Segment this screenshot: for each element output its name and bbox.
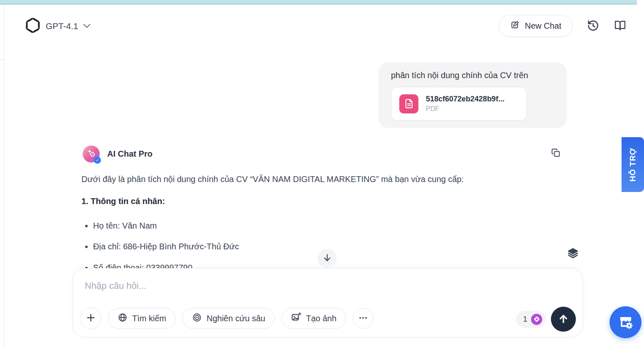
new-chat-button[interactable]: New Chat [499, 15, 573, 37]
scroll-to-bottom-button[interactable] [317, 249, 337, 268]
deep-research-tool-label: Nghiên cứu sâu [206, 314, 265, 323]
search-tool-button[interactable]: Tìm kiếm [108, 308, 176, 329]
pencil-square-icon [510, 20, 520, 32]
deep-research-tool-button[interactable]: Nghiên cứu sâu [182, 308, 275, 329]
globe-icon [118, 313, 128, 325]
attachment-card[interactable]: 518cf6072eb2428b9f... PDF [391, 87, 527, 121]
support-tab-label: HỖ TRỢ [628, 148, 637, 181]
search-tool-label: Tìm kiếm [132, 314, 166, 323]
create-image-tool-button[interactable]: Tạo ảnh [281, 308, 346, 329]
arrow-down-icon [322, 253, 332, 264]
book-icon [614, 20, 627, 33]
credits-count: 1 [523, 315, 527, 324]
support-tab[interactable]: HỖ TRỢ [622, 137, 644, 192]
history-icon [587, 19, 600, 33]
attachment-filename: 518cf6072eb2428b9f... [426, 95, 504, 103]
chevron-down-icon [83, 22, 91, 30]
composer-panel: Tìm kiếm Nghiên cứu sâu [73, 268, 583, 337]
composer-toolbar: Tìm kiếm Nghiên cứu sâu [80, 308, 374, 329]
openai-logo-icon [25, 17, 41, 35]
sidebar-divider [0, 59, 4, 60]
copy-response-button[interactable] [551, 148, 560, 159]
plus-icon [86, 313, 96, 324]
attach-button[interactable] [80, 308, 101, 329]
attachment-filetype: PDF [426, 105, 504, 113]
model-switcher[interactable]: GPT-4.1 [25, 17, 91, 35]
verified-badge-icon: ✓ [94, 157, 101, 164]
new-chat-label: New Chat [525, 21, 561, 31]
browser-top-strip [0, 0, 637, 5]
arrow-up-icon [558, 313, 569, 326]
collapsed-sidebar-rail [0, 5, 4, 347]
history-button[interactable] [587, 19, 600, 33]
assistant-header: ✓ AI Chat Pro [83, 145, 152, 162]
create-image-tool-label: Tạo ảnh [306, 314, 336, 323]
more-tools-button[interactable] [353, 308, 374, 329]
credit-gem-icon [531, 314, 542, 325]
header-actions: New Chat [499, 15, 627, 37]
library-button[interactable] [614, 20, 627, 33]
storefront-gear-icon [617, 313, 634, 332]
attachment-meta: 518cf6072eb2428b9f... PDF [426, 95, 504, 113]
assistant-intro-text: Dưới đây là phân tích nội dung chính của… [81, 173, 549, 185]
ellipsis-icon [358, 313, 368, 324]
store-support-float-button[interactable] [610, 306, 642, 338]
layers-button[interactable] [567, 247, 579, 260]
assistant-avatar: ✓ [83, 145, 100, 162]
message-input[interactable] [85, 278, 542, 293]
pdf-file-icon [399, 94, 418, 113]
app-window: GPT-4.1 New Chat [0, 0, 644, 347]
credits-badge[interactable]: 1 [516, 311, 546, 328]
assistant-section-heading: 1. Thông tin cá nhân: [81, 195, 549, 207]
user-message-text: phân tích nội dung chính của CV trên [391, 71, 554, 80]
model-label: GPT-4.1 [46, 21, 78, 31]
list-item: Họ tên: Văn Nam [93, 220, 549, 231]
send-button[interactable] [551, 307, 576, 332]
composer-right-actions: 1 [516, 307, 576, 332]
layers-icon [567, 247, 579, 260]
assistant-name: AI Chat Pro [107, 149, 152, 159]
user-message-bubble: phân tích nội dung chính của CV trên 518… [379, 62, 567, 128]
assistant-bullet-list: Họ tên: Văn Nam Địa chỉ: 686-Hiệp Bình P… [81, 220, 549, 273]
target-icon [192, 313, 202, 325]
image-plus-icon [291, 312, 301, 325]
assistant-message-body: Dưới đây là phân tích nội dung chính của… [81, 173, 549, 283]
copy-icon [551, 148, 560, 159]
